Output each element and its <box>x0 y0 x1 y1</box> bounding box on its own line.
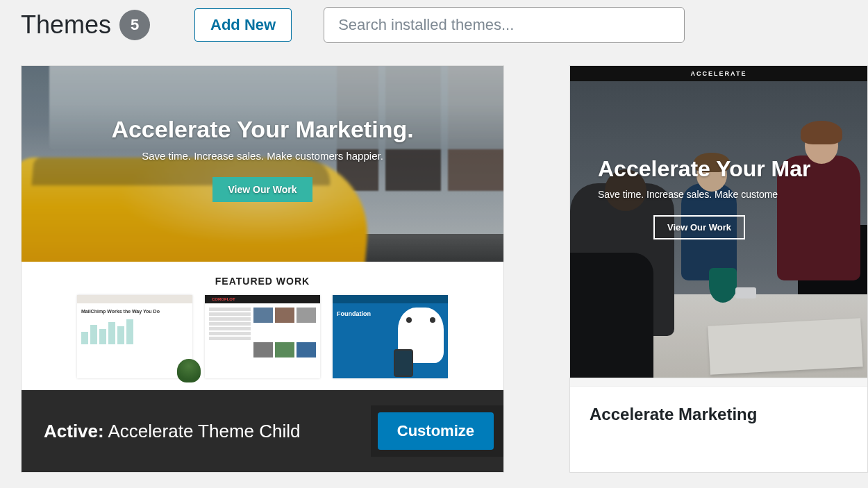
theme-footer: Accelerate Marketing <box>570 386 867 442</box>
page-title: Themes <box>21 10 111 40</box>
theme-card-active[interactable]: Accelerate Your Marketing. Save time. In… <box>21 65 504 473</box>
featured-work-item: MailChimp Works the Way You Do <box>77 295 192 378</box>
themes-count-badge: 5 <box>119 10 150 40</box>
hero-heading: Accelerate Your Mar <box>598 156 867 182</box>
search-themes-input[interactable] <box>324 7 685 43</box>
featured-work-row: MailChimp Works the Way You Do COROFLOT <box>22 295 503 389</box>
active-theme-name: Accelerate Theme Child <box>108 421 301 441</box>
featured-work-item: Foundation <box>333 295 448 378</box>
featured-work-item: COROFLOT <box>205 295 320 378</box>
add-new-button[interactable]: Add New <box>194 8 292 42</box>
theme-footer: Active: Accelerate Theme Child Customize <box>22 390 503 472</box>
hero-cta: View Our Work <box>212 177 312 202</box>
theme-screenshot: Accelerate Your Marketing. Save time. In… <box>22 66 503 390</box>
hero-cta: View Our Work <box>653 215 745 239</box>
hero-heading: Accelerate Your Marketing. <box>22 116 503 143</box>
customize-button[interactable]: Customize <box>378 412 494 450</box>
work1-title: MailChimp Works the Way You Do <box>81 309 188 314</box>
hero-subheading: Save time. Increase sales. Make custome <box>598 189 867 200</box>
featured-title: FEATURED WORK <box>22 276 503 287</box>
theme-card[interactable]: ACCELERATE Accelerate Your Mar Save time… <box>569 65 868 473</box>
theme-name: Accelerate Marketing <box>590 405 848 424</box>
work2-brand: COROFLOT <box>209 297 235 301</box>
active-prefix: Active: <box>44 421 104 441</box>
theme-logo: ACCELERATE <box>570 66 867 81</box>
theme-screenshot: ACCELERATE Accelerate Your Mar Save time… <box>570 66 867 386</box>
hero-subheading: Save time. Increase sales. Make customer… <box>22 150 503 162</box>
